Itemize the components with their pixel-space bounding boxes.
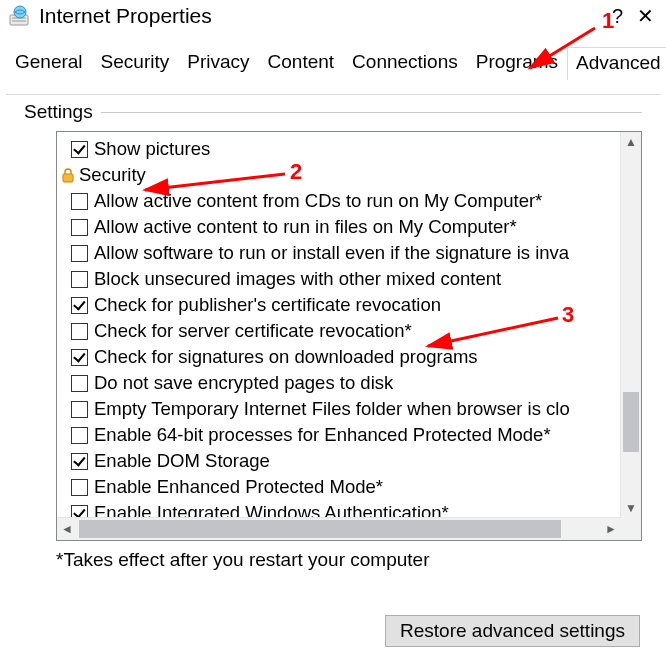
- settings-label-text: Settings: [24, 101, 101, 123]
- tab-privacy[interactable]: Privacy: [178, 46, 258, 79]
- checkbox-icon[interactable]: [71, 193, 88, 210]
- scroll-corner: [621, 518, 641, 540]
- setting-label: Do not save encrypted pages to disk: [94, 370, 393, 396]
- setting-item[interactable]: Enable DOM Storage: [57, 448, 641, 474]
- scroll-thumb[interactable]: [623, 392, 639, 452]
- setting-label: Enable DOM Storage: [94, 448, 270, 474]
- setting-item[interactable]: Allow software to run or install even if…: [57, 240, 641, 266]
- setting-label: Enable 64-bit processes for Enhanced Pro…: [94, 422, 551, 448]
- checkbox-icon[interactable]: [71, 453, 88, 470]
- checkbox-icon[interactable]: [71, 141, 88, 158]
- setting-label: Enable Enhanced Protected Mode*: [94, 474, 383, 500]
- scroll-down-arrow-icon[interactable]: ▼: [621, 498, 641, 518]
- setting-label: Check for signatures on downloaded progr…: [94, 344, 478, 370]
- checkbox-icon[interactable]: [71, 401, 88, 418]
- setting-label: Allow software to run or install even if…: [94, 240, 569, 266]
- settings-group-label: Settings: [24, 101, 666, 123]
- setting-item[interactable]: Block unsecured images with other mixed …: [57, 266, 641, 292]
- setting-item[interactable]: Empty Temporary Internet Files folder wh…: [57, 396, 641, 422]
- security-group-header: Security: [57, 162, 641, 188]
- tab-general[interactable]: General: [6, 46, 92, 79]
- setting-show-pictures[interactable]: Show pictures: [57, 136, 641, 162]
- scroll-left-arrow-icon[interactable]: ◄: [57, 518, 77, 540]
- tab-strip: General Security Privacy Content Connect…: [0, 28, 666, 79]
- setting-item[interactable]: Enable 64-bit processes for Enhanced Pro…: [57, 422, 641, 448]
- checkbox-icon[interactable]: [71, 427, 88, 444]
- setting-label: Allow active content to run in files on …: [94, 214, 517, 240]
- checkbox-icon[interactable]: [71, 245, 88, 262]
- help-button[interactable]: ?: [608, 5, 627, 28]
- settings-listbox[interactable]: Show pictures Security Allow active cont…: [56, 131, 642, 541]
- lock-icon: [61, 167, 75, 183]
- titlebar: Internet Properties ? ✕: [0, 0, 666, 28]
- tab-advanced[interactable]: Advanced: [567, 47, 666, 80]
- security-group-label: Security: [79, 162, 146, 188]
- scroll-right-arrow-icon[interactable]: ►: [601, 518, 621, 540]
- setting-item[interactable]: Enable Enhanced Protected Mode*: [57, 474, 641, 500]
- tab-connections[interactable]: Connections: [343, 46, 467, 79]
- tab-programs[interactable]: Programs: [467, 46, 567, 79]
- checkbox-icon[interactable]: [71, 271, 88, 288]
- tab-security[interactable]: Security: [92, 46, 179, 79]
- settings-list-content: Show pictures Security Allow active cont…: [57, 132, 641, 541]
- scroll-up-arrow-icon[interactable]: ▲: [621, 132, 641, 152]
- tab-content[interactable]: Content: [259, 46, 344, 79]
- setting-item[interactable]: Allow active content to run in files on …: [57, 214, 641, 240]
- setting-item[interactable]: Do not save encrypted pages to disk: [57, 370, 641, 396]
- restore-advanced-settings-button[interactable]: Restore advanced settings: [385, 615, 640, 647]
- setting-item[interactable]: Check for publisher's certificate revoca…: [57, 292, 641, 318]
- window-title: Internet Properties: [36, 4, 602, 28]
- setting-item[interactable]: Check for server certificate revocation*: [57, 318, 641, 344]
- checkbox-icon[interactable]: [71, 479, 88, 496]
- restart-footnote: *Takes effect after you restart your com…: [56, 549, 666, 571]
- setting-label: Allow active content from CDs to run on …: [94, 188, 542, 214]
- scroll-thumb[interactable]: [79, 520, 561, 538]
- setting-label: Check for publisher's certificate revoca…: [94, 292, 441, 318]
- checkbox-icon[interactable]: [71, 349, 88, 366]
- setting-item[interactable]: Allow active content from CDs to run on …: [57, 188, 641, 214]
- tab-underline: [6, 94, 660, 95]
- setting-label: Empty Temporary Internet Files folder wh…: [94, 396, 570, 422]
- settings-label-line: [101, 112, 642, 113]
- checkbox-icon[interactable]: [71, 219, 88, 236]
- close-button[interactable]: ✕: [633, 4, 658, 28]
- checkbox-icon[interactable]: [71, 297, 88, 314]
- checkbox-icon[interactable]: [71, 375, 88, 392]
- internet-options-icon: [8, 5, 30, 27]
- vertical-scrollbar[interactable]: ▲ ▼: [620, 132, 641, 518]
- setting-label: Show pictures: [94, 136, 210, 162]
- setting-item[interactable]: Check for signatures on downloaded progr…: [57, 344, 641, 370]
- svg-rect-4: [63, 174, 73, 182]
- horizontal-scrollbar[interactable]: ◄ ►: [57, 517, 621, 540]
- setting-label: Check for server certificate revocation*: [94, 318, 412, 344]
- setting-label: Block unsecured images with other mixed …: [94, 266, 501, 292]
- checkbox-icon[interactable]: [71, 323, 88, 340]
